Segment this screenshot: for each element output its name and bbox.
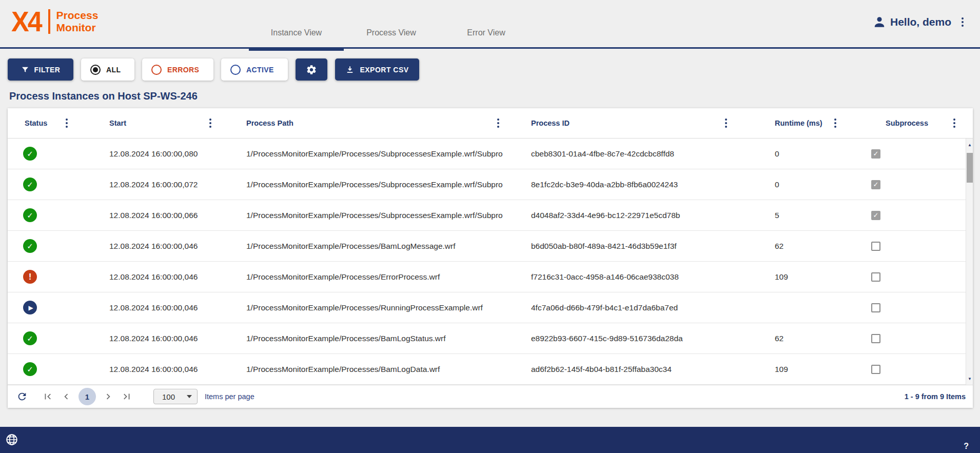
items-per-page-label: Items per page xyxy=(205,392,254,401)
page-number-button[interactable]: 1 xyxy=(79,388,96,405)
column-header-process-id[interactable]: Process ID xyxy=(503,108,731,138)
product-name: Process Monitor xyxy=(56,9,99,34)
start-cell: 12.08.2024 16:00:00,080 xyxy=(72,149,215,159)
subprocess-checkbox xyxy=(871,334,880,343)
runtime-cell: 0 xyxy=(731,180,840,189)
settings-button[interactable] xyxy=(296,58,327,81)
start-cell: 12.08.2024 16:00:00,046 xyxy=(72,303,215,312)
item-range-label: 1 - 9 from 9 Items xyxy=(905,392,966,401)
process-id-cell: 4fc7a06d-d66b-479f-b4c1-e1d7da6ba7ed xyxy=(503,303,731,312)
status-cell: ! xyxy=(8,270,72,284)
column-menu-kebab-icon[interactable] xyxy=(725,119,727,128)
status-cell: ✓ xyxy=(8,331,72,345)
column-header-status[interactable]: Status xyxy=(8,108,72,138)
first-page-icon xyxy=(42,391,53,402)
table-row[interactable]: ✓ 12.08.2024 16:00:00,066 1/ProcessMonit… xyxy=(8,200,966,231)
chevron-down-icon xyxy=(187,395,192,398)
subprocess-cell xyxy=(840,272,966,282)
error-status-icon: ! xyxy=(23,270,37,284)
top-bar: X4 Process Monitor Instance View Process… xyxy=(0,0,980,49)
scroll-up-icon[interactable]: ▲ xyxy=(966,140,973,150)
subprocess-cell xyxy=(840,334,966,343)
filter-button[interactable]: FILTER xyxy=(8,58,73,81)
start-cell: 12.08.2024 16:00:00,046 xyxy=(72,242,215,251)
column-header-start[interactable]: Start xyxy=(72,108,215,138)
process-path-cell: 1/ProcessMonitorExample/Processes/Subpro… xyxy=(215,149,503,159)
user-icon xyxy=(873,15,886,29)
export-csv-button[interactable]: EXPORT CSV xyxy=(335,58,419,81)
runtime-cell: 109 xyxy=(731,272,840,282)
user-area: Hello, demo xyxy=(873,15,964,29)
column-menu-kebab-icon[interactable] xyxy=(209,119,211,128)
radio-active[interactable]: ACTIVE xyxy=(221,58,288,81)
column-menu-kebab-icon[interactable] xyxy=(953,119,955,128)
process-path-cell: 1/ProcessMonitorExample/Processes/ErrorP… xyxy=(215,272,503,282)
subprocess-cell xyxy=(840,211,966,220)
process-id-cell: f7216c31-0acc-4958-a146-06cae938c038 xyxy=(503,272,731,282)
start-cell: 12.08.2024 16:00:00,046 xyxy=(72,272,215,282)
radio-errors-icon xyxy=(151,65,162,75)
column-menu-kebab-icon[interactable] xyxy=(66,119,68,128)
help-button[interactable]: ? xyxy=(964,442,969,451)
status-cell: ✓ xyxy=(8,362,72,376)
status-cell: ✓ xyxy=(8,208,72,222)
table-row[interactable]: ✓ 12.08.2024 16:00:00,046 1/ProcessMonit… xyxy=(8,231,966,262)
radio-all-icon xyxy=(90,65,101,75)
table-row[interactable]: ▶ 12.08.2024 16:00:00,046 1/ProcessMonit… xyxy=(8,292,966,323)
radio-all[interactable]: ALL xyxy=(81,58,134,81)
runtime-cell: 62 xyxy=(731,334,840,343)
page-size-select[interactable]: 100 xyxy=(153,389,198,404)
scroll-down-icon[interactable]: ▼ xyxy=(966,373,973,384)
page-title: Process Instances on Host SP-WS-246 xyxy=(9,90,198,102)
column-header-subprocess[interactable]: Subprocess xyxy=(840,108,973,138)
table-row[interactable]: ✓ 12.08.2024 16:00:00,072 1/ProcessMonit… xyxy=(8,169,966,200)
view-tabs: Instance View Process View Error View xyxy=(249,0,534,49)
first-page-button[interactable] xyxy=(38,387,57,406)
tab-process-view[interactable]: Process View xyxy=(344,28,439,49)
subprocess-cell xyxy=(840,303,966,312)
process-path-cell: 1/ProcessMonitorExample/Processes/BamLog… xyxy=(215,334,503,343)
process-id-cell: b6d050ab-b80f-489a-8421-46d3b59e1f3f xyxy=(503,242,731,251)
runtime-cell: 5 xyxy=(731,211,840,220)
process-path-cell: 1/ProcessMonitorExample/Processes/Subpro… xyxy=(215,211,503,220)
refresh-button[interactable] xyxy=(13,387,31,406)
vertical-scrollbar[interactable]: ▲ ▼ xyxy=(966,139,973,385)
tab-error-view[interactable]: Error View xyxy=(439,28,534,49)
subprocess-cell xyxy=(840,180,966,189)
user-menu-kebab-icon[interactable] xyxy=(962,17,964,27)
column-header-process-path[interactable]: Process Path xyxy=(215,108,503,138)
table-row[interactable]: ✓ 12.08.2024 16:00:00,080 1/ProcessMonit… xyxy=(8,139,966,169)
user-greeting: Hello, demo xyxy=(890,16,951,28)
start-cell: 12.08.2024 16:00:00,046 xyxy=(72,334,215,343)
previous-page-button[interactable] xyxy=(57,387,75,406)
next-page-button[interactable] xyxy=(99,387,117,406)
scrollbar-thumb[interactable] xyxy=(967,153,973,183)
radio-errors[interactable]: ERRORS xyxy=(142,58,213,81)
table-row[interactable]: ✓ 12.08.2024 16:00:00,046 1/ProcessMonit… xyxy=(8,354,966,385)
success-status-icon: ✓ xyxy=(23,331,37,345)
column-menu-kebab-icon[interactable] xyxy=(834,119,836,128)
process-id-cell: e8922b93-6607-415c-9d89-516736da28da xyxy=(503,334,731,343)
column-menu-kebab-icon[interactable] xyxy=(497,119,499,128)
table-row[interactable]: ! 12.08.2024 16:00:00,046 1/ProcessMonit… xyxy=(8,262,966,292)
footer-bar: ? xyxy=(0,427,980,453)
status-cell: ▶ xyxy=(8,301,72,314)
refresh-icon xyxy=(16,391,28,402)
subprocess-cell xyxy=(840,365,966,374)
language-globe-icon[interactable] xyxy=(5,433,18,446)
tab-instance-view[interactable]: Instance View xyxy=(249,28,344,49)
table-header-row: Status Start Process Path Process ID Run… xyxy=(8,108,973,139)
process-id-cell: 8e1fc2dc-b3e9-40da-a2bb-8fb6a0024243 xyxy=(503,180,731,189)
gear-icon xyxy=(306,64,317,75)
subprocess-cell xyxy=(840,242,966,251)
subprocess-checkbox xyxy=(871,272,880,282)
table-body: ✓ 12.08.2024 16:00:00,080 1/ProcessMonit… xyxy=(8,139,966,385)
runtime-cell: 62 xyxy=(731,242,840,251)
column-header-runtime[interactable]: Runtime (ms) xyxy=(731,108,840,138)
last-page-button[interactable] xyxy=(117,387,136,406)
table-row[interactable]: ✓ 12.08.2024 16:00:00,046 1/ProcessMonit… xyxy=(8,323,966,354)
success-status-icon: ✓ xyxy=(23,362,37,376)
status-cell: ✓ xyxy=(8,239,72,253)
runtime-cell: 109 xyxy=(731,365,840,374)
x4-logo: X4 xyxy=(11,8,41,36)
